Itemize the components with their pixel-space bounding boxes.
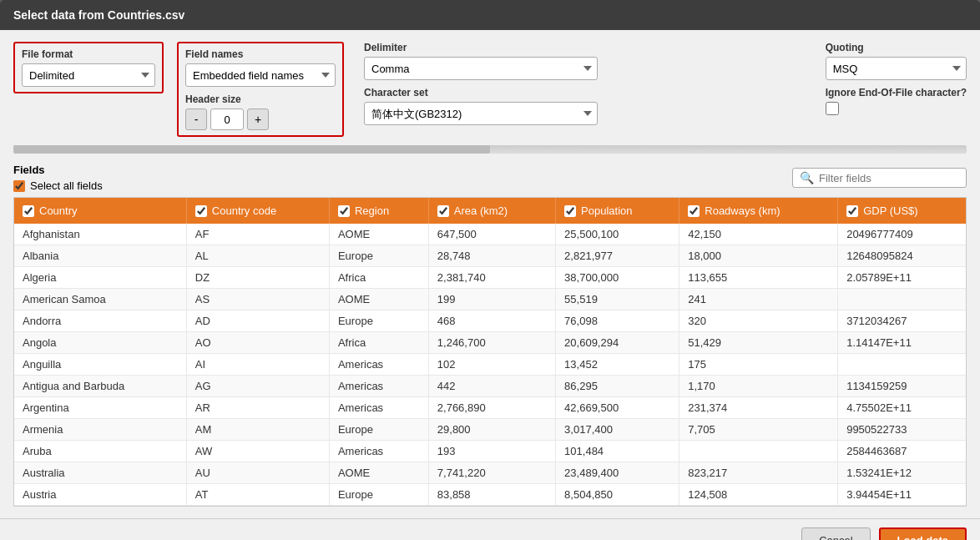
table-row: AustriaATEurope83,8588,504,850124,5083.9… [14,484,966,506]
options-row: File format Delimited Field names Embedd… [13,42,967,137]
filter-fields-input[interactable] [819,172,959,184]
charset-label: Character set [364,87,598,98]
select-all-checkbox[interactable] [13,180,25,192]
table-row: Antigua and BarbudaAGAmericas44286,2951,… [14,376,966,397]
quoting-select[interactable]: MSQ [826,57,967,80]
charset-select[interactable]: 简体中文(GB2312) [364,102,598,125]
search-icon: 🔍 [800,171,814,184]
data-table: Country Country code [14,198,966,506]
table-row: AfghanistanAFAOME647,50025,500,10042,150… [14,224,966,245]
header-size-input[interactable] [210,109,244,130]
field-names-section: Field names Embedded field names Header … [177,42,344,137]
data-table-container[interactable]: Country Country code [13,197,967,507]
col-check-region[interactable] [338,205,350,217]
delimiter-label: Delimiter [364,42,598,53]
select-all-row: Select all fields [13,179,103,192]
col-check-country-code[interactable] [195,205,207,217]
dialog-body: File format Delimited Field names Embedd… [0,30,980,518]
load-data-button[interactable]: Load data [879,527,967,540]
col-header-roadways: Roadways (km) [679,198,838,224]
col-header-region: Region [329,198,428,224]
filter-fields-container: 🔍 [792,168,967,188]
table-row: AngolaAOAfrica1,246,70020,609,29451,4291… [14,332,966,354]
file-format-select[interactable]: Delimited [22,63,155,87]
table-header-row: Country Country code [14,198,966,224]
table-row: ArmeniaAMEurope29,8003,017,4007,70599505… [14,419,966,441]
dialog-title: Select data from Countries.csv [0,0,980,30]
fields-title: Fields [13,164,103,176]
header-size-increment[interactable]: + [247,109,269,130]
col-check-gdp[interactable] [846,205,858,217]
col-check-country[interactable] [23,205,34,217]
table-row: AustraliaAUAOME7,741,22023,489,400823,21… [14,462,966,484]
fields-header: Fields Select all fields 🔍 [13,164,967,192]
file-format-label: File format [22,48,155,60]
cancel-button[interactable]: Cancel [801,527,870,540]
col-header-area: Area (km2) [428,198,555,224]
table-row: AndorraADEurope46876,0983203712034267 [14,310,966,332]
col-check-population[interactable] [564,205,576,217]
header-size-decrement[interactable]: - [185,109,207,130]
select-all-label: Select all fields [30,179,103,192]
dialog-footer: Cancel Load data [0,518,980,540]
ignore-eof-label: Ignore End-Of-File character? [826,87,967,98]
col-header-country: Country [14,198,186,224]
table-row: AlbaniaALEurope28,7482,821,97718,0001264… [14,245,966,267]
quoting-section: Quoting MSQ Ignore End-Of-File character… [826,42,967,115]
col-header-gdp: GDP (US$) [838,198,966,224]
header-size-label: Header size [185,93,336,105]
h-scrollbar[interactable] [13,145,967,154]
table-row: AnguillaAIAmericas10213,452175 [14,354,966,376]
table-body: AfghanistanAFAOME647,50025,500,10042,150… [14,224,966,506]
dialog: Select data from Countries.csv File form… [0,0,980,540]
delimiter-select[interactable]: Comma [364,57,598,80]
field-names-select[interactable]: Embedded field names [185,63,336,87]
col-check-roadways[interactable] [688,205,700,217]
file-format-section: File format Delimited [13,42,164,93]
quoting-label: Quoting [826,42,967,53]
col-header-country-code: Country code [186,198,329,224]
fields-section: Fields Select all fields 🔍 [13,164,967,507]
table-row: ArubaAWAmericas193101,4842584463687 [14,441,966,462]
table-row: AlgeriaDZAfrica2,381,74038,700,000113,65… [14,267,966,289]
col-check-area[interactable] [437,205,449,217]
ignore-eof-checkbox[interactable] [826,102,839,115]
col-header-population: Population [556,198,679,224]
delimiter-charset-section: Delimiter Comma Character set 简体中文(GB231… [364,42,598,125]
table-row: ArgentinaARAmericas2,766,89042,669,50023… [14,397,966,419]
field-names-label: Field names [185,48,336,60]
table-row: American SamoaASAOME19955,519241 [14,289,966,310]
